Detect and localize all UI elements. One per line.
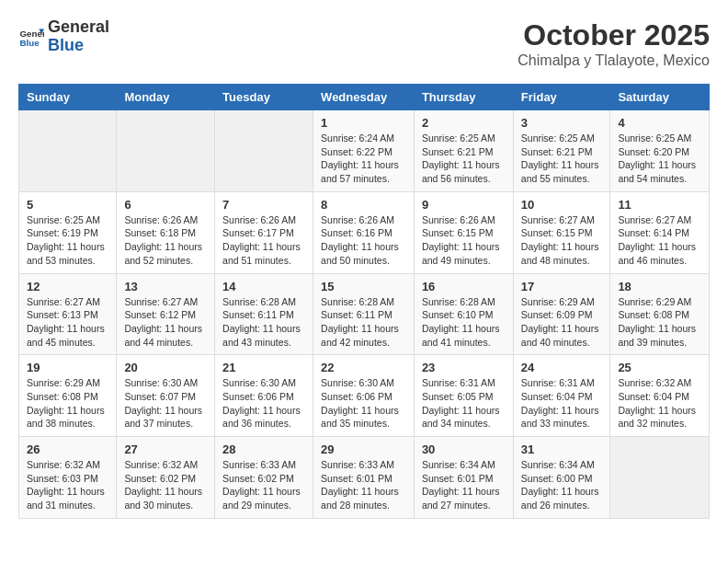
weekday-header-wednesday: Wednesday (313, 85, 415, 110)
day-number: 14 (222, 280, 305, 293)
day-number: 30 (422, 442, 506, 456)
calendar-cell: 6Sunrise: 6:26 AM Sunset: 6:18 PM Daylig… (117, 191, 215, 273)
day-info: Sunrise: 6:33 AM Sunset: 6:01 PM Dayligh… (321, 458, 406, 512)
day-number: 12 (27, 280, 108, 293)
day-number: 19 (27, 361, 108, 374)
title-block: October 2025 Chimalpa y Tlalayote, Mexic… (518, 18, 710, 69)
day-info: Sunrise: 6:30 AM Sunset: 6:06 PM Dayligh… (222, 376, 305, 431)
day-number: 2 (422, 116, 506, 130)
day-number: 4 (618, 116, 701, 130)
calendar-cell: 27Sunrise: 6:32 AM Sunset: 6:02 PM Dayli… (117, 437, 215, 519)
logo-icon: General Blue (18, 24, 44, 50)
calendar-cell: 23Sunrise: 6:31 AM Sunset: 6:05 PM Dayli… (414, 355, 513, 437)
calendar-cell: 9Sunrise: 6:26 AM Sunset: 6:15 PM Daylig… (414, 191, 513, 273)
day-info: Sunrise: 6:25 AM Sunset: 6:19 PM Dayligh… (27, 213, 108, 268)
calendar-week-row: 5Sunrise: 6:25 AM Sunset: 6:19 PM Daylig… (19, 191, 710, 273)
day-number: 9 (422, 198, 506, 212)
calendar-week-row: 19Sunrise: 6:29 AM Sunset: 6:08 PM Dayli… (19, 355, 710, 437)
weekday-header-friday: Friday (513, 85, 610, 110)
day-number: 24 (521, 361, 603, 374)
month-title: October 2025 (518, 18, 710, 52)
calendar-cell: 1Sunrise: 6:24 AM Sunset: 6:22 PM Daylig… (313, 110, 415, 192)
weekday-header-thursday: Thursday (414, 85, 513, 110)
day-number: 23 (422, 361, 506, 374)
day-number: 5 (27, 198, 108, 212)
day-number: 16 (422, 280, 506, 293)
day-info: Sunrise: 6:25 AM Sunset: 6:21 PM Dayligh… (521, 132, 603, 186)
day-number: 8 (321, 198, 406, 212)
calendar-week-row: 26Sunrise: 6:32 AM Sunset: 6:03 PM Dayli… (19, 437, 710, 519)
day-number: 25 (618, 361, 701, 374)
day-info: Sunrise: 6:32 AM Sunset: 6:02 PM Dayligh… (124, 458, 207, 512)
day-info: Sunrise: 6:28 AM Sunset: 6:11 PM Dayligh… (321, 295, 406, 350)
calendar-cell: 15Sunrise: 6:28 AM Sunset: 6:11 PM Dayli… (313, 273, 415, 355)
day-number: 31 (521, 442, 603, 456)
day-number: 28 (222, 442, 305, 456)
calendar-cell: 10Sunrise: 6:27 AM Sunset: 6:15 PM Dayli… (513, 191, 610, 273)
day-info: Sunrise: 6:27 AM Sunset: 6:13 PM Dayligh… (27, 295, 108, 350)
day-info: Sunrise: 6:29 AM Sunset: 6:08 PM Dayligh… (618, 295, 701, 350)
calendar-cell: 12Sunrise: 6:27 AM Sunset: 6:13 PM Dayli… (19, 273, 117, 355)
calendar-cell: 2Sunrise: 6:25 AM Sunset: 6:21 PM Daylig… (414, 110, 513, 192)
calendar-cell (117, 110, 215, 192)
day-number: 29 (321, 442, 406, 456)
day-number: 21 (222, 361, 305, 374)
day-number: 3 (521, 116, 603, 130)
calendar-cell: 11Sunrise: 6:27 AM Sunset: 6:14 PM Dayli… (610, 191, 710, 273)
calendar-week-row: 1Sunrise: 6:24 AM Sunset: 6:22 PM Daylig… (19, 110, 710, 192)
calendar-cell: 28Sunrise: 6:33 AM Sunset: 6:02 PM Dayli… (215, 437, 313, 519)
day-info: Sunrise: 6:31 AM Sunset: 6:05 PM Dayligh… (422, 376, 506, 431)
day-info: Sunrise: 6:30 AM Sunset: 6:07 PM Dayligh… (124, 376, 207, 431)
day-number: 11 (618, 198, 701, 212)
calendar-cell: 30Sunrise: 6:34 AM Sunset: 6:01 PM Dayli… (414, 437, 513, 519)
calendar-week-row: 12Sunrise: 6:27 AM Sunset: 6:13 PM Dayli… (19, 273, 710, 355)
calendar-cell: 24Sunrise: 6:31 AM Sunset: 6:04 PM Dayli… (513, 355, 610, 437)
day-number: 20 (124, 361, 207, 374)
weekday-header-sunday: Sunday (19, 85, 117, 110)
day-number: 26 (27, 442, 108, 456)
day-info: Sunrise: 6:32 AM Sunset: 6:04 PM Dayligh… (618, 376, 701, 431)
day-number: 18 (618, 280, 701, 293)
calendar-cell: 14Sunrise: 6:28 AM Sunset: 6:11 PM Dayli… (215, 273, 313, 355)
day-info: Sunrise: 6:24 AM Sunset: 6:22 PM Dayligh… (321, 132, 406, 186)
calendar-cell: 19Sunrise: 6:29 AM Sunset: 6:08 PM Dayli… (19, 355, 117, 437)
day-info: Sunrise: 6:28 AM Sunset: 6:11 PM Dayligh… (222, 295, 305, 350)
page-header: General Blue General Blue October 2025 C… (18, 18, 710, 69)
logo-text: General Blue (48, 18, 109, 55)
calendar-cell: 5Sunrise: 6:25 AM Sunset: 6:19 PM Daylig… (19, 191, 117, 273)
calendar-cell: 22Sunrise: 6:30 AM Sunset: 6:06 PM Dayli… (313, 355, 415, 437)
logo: General Blue General Blue (18, 18, 109, 55)
calendar-cell: 13Sunrise: 6:27 AM Sunset: 6:12 PM Dayli… (117, 273, 215, 355)
day-number: 22 (321, 361, 406, 374)
day-info: Sunrise: 6:26 AM Sunset: 6:15 PM Dayligh… (422, 213, 506, 268)
svg-text:Blue: Blue (19, 38, 40, 48)
calendar-cell: 29Sunrise: 6:33 AM Sunset: 6:01 PM Dayli… (313, 437, 415, 519)
calendar-cell: 3Sunrise: 6:25 AM Sunset: 6:21 PM Daylig… (513, 110, 610, 192)
calendar-cell: 7Sunrise: 6:26 AM Sunset: 6:17 PM Daylig… (215, 191, 313, 273)
day-info: Sunrise: 6:34 AM Sunset: 6:00 PM Dayligh… (521, 458, 603, 512)
day-number: 27 (124, 442, 207, 456)
day-info: Sunrise: 6:25 AM Sunset: 6:21 PM Dayligh… (422, 132, 506, 186)
day-info: Sunrise: 6:26 AM Sunset: 6:17 PM Dayligh… (222, 213, 305, 268)
day-number: 17 (521, 280, 603, 293)
calendar-cell: 21Sunrise: 6:30 AM Sunset: 6:06 PM Dayli… (215, 355, 313, 437)
day-number: 1 (321, 116, 406, 130)
calendar-cell: 26Sunrise: 6:32 AM Sunset: 6:03 PM Dayli… (19, 437, 117, 519)
calendar-cell (610, 437, 710, 519)
weekday-header-monday: Monday (117, 85, 215, 110)
day-info: Sunrise: 6:29 AM Sunset: 6:09 PM Dayligh… (521, 295, 603, 350)
day-info: Sunrise: 6:27 AM Sunset: 6:14 PM Dayligh… (618, 213, 701, 268)
weekday-header-saturday: Saturday (610, 85, 710, 110)
calendar-cell: 25Sunrise: 6:32 AM Sunset: 6:04 PM Dayli… (610, 355, 710, 437)
day-info: Sunrise: 6:27 AM Sunset: 6:12 PM Dayligh… (124, 295, 207, 350)
calendar-cell (215, 110, 313, 192)
day-info: Sunrise: 6:30 AM Sunset: 6:06 PM Dayligh… (321, 376, 406, 431)
calendar-cell (19, 110, 117, 192)
day-info: Sunrise: 6:32 AM Sunset: 6:03 PM Dayligh… (27, 458, 108, 512)
day-info: Sunrise: 6:34 AM Sunset: 6:01 PM Dayligh… (422, 458, 506, 512)
day-info: Sunrise: 6:31 AM Sunset: 6:04 PM Dayligh… (521, 376, 603, 431)
day-number: 6 (124, 198, 207, 212)
day-info: Sunrise: 6:26 AM Sunset: 6:18 PM Dayligh… (124, 213, 207, 268)
day-info: Sunrise: 6:27 AM Sunset: 6:15 PM Dayligh… (521, 213, 603, 268)
calendar-cell: 18Sunrise: 6:29 AM Sunset: 6:08 PM Dayli… (610, 273, 710, 355)
